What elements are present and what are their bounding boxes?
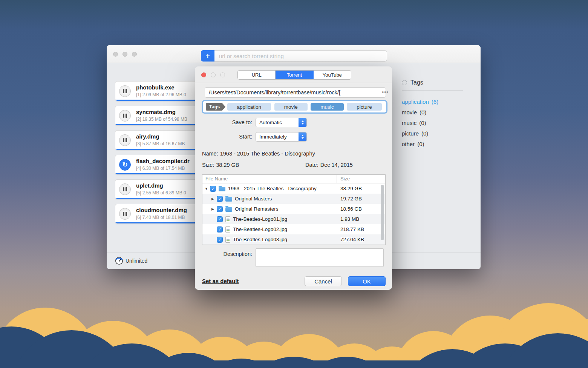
cancel-button[interactable]: Cancel [305, 276, 342, 286]
tag-chip[interactable]: movie [274, 103, 308, 111]
file-size: 1.93 MB [340, 216, 359, 222]
file-checkbox[interactable] [217, 206, 223, 212]
start-dropdown[interactable]: Immediately [256, 132, 307, 142]
dialog-minimize-button[interactable] [211, 72, 216, 77]
tags-header: Tags [402, 79, 470, 86]
file-type-icon [219, 187, 225, 191]
source-tab[interactable]: YouTube [314, 71, 351, 79]
tag-filter-label: movie [402, 109, 417, 115]
source-tab[interactable]: URL [238, 71, 276, 79]
restart-icon: ↻ [122, 162, 127, 168]
tag-chip[interactable]: picture [347, 103, 382, 111]
torrent-date-line: Date:Dec 14, 2015 [305, 162, 353, 168]
file-row[interactable]: Original Remasters 18.56 GB [202, 204, 385, 214]
tags-title: Tags [410, 79, 423, 86]
pause-resume-button[interactable]: ↻ [119, 208, 131, 220]
add-torrent-button[interactable]: + [201, 50, 214, 62]
file-name: 1963 - 2015 The Beatles - Discography [228, 186, 317, 191]
file-table-rows: 1963 - 2015 The Beatles - Discography 38… [202, 183, 385, 245]
download-progress-text: [3] 5.87 MB of 16.67 MB [136, 141, 185, 146]
file-size: 218.77 KB [340, 226, 364, 232]
download-item[interactable]: ↻ uplet.dmg [5] 2.55 MB of 6.89 MB 0 [115, 179, 205, 199]
tag-chip[interactable]: application [227, 103, 271, 111]
file-checkbox[interactable] [217, 216, 223, 222]
source-tab[interactable]: Torrent [276, 71, 313, 79]
date-value: Dec 14, 2015 [320, 162, 353, 168]
download-item[interactable]: ↻ syncmate.dmg [2] 19.35 MB of 54.98 MB [115, 106, 205, 126]
main-titlebar[interactable]: + [107, 45, 481, 63]
file-row[interactable]: Original Masters 19.72 GB [202, 194, 385, 204]
size-label: Size: [202, 162, 214, 168]
file-checkbox[interactable] [217, 226, 223, 233]
browse-path-button[interactable]: ••• [382, 88, 389, 97]
source-tabs: URL Torrent YouTube [237, 70, 351, 80]
download-progress-text: [1] 2.09 MB of 2.96 MB 0 [136, 92, 186, 97]
tag-filter-count: (0) [417, 141, 424, 147]
file-row[interactable]: The-Beatles-Logo03.jpg 727.04 KB [202, 234, 385, 245]
pause-resume-button[interactable]: ↻ [119, 183, 131, 195]
speedometer-icon[interactable] [115, 257, 123, 265]
dialog-close-button[interactable] [201, 72, 206, 77]
save-to-value: Automatic [256, 118, 299, 127]
file-type-icon [225, 207, 232, 212]
disclosure-triangle-icon[interactable] [211, 207, 217, 211]
file-checkbox[interactable] [210, 186, 216, 192]
pause-resume-button[interactable]: ↻ [119, 134, 131, 146]
dialog-titlebar[interactable]: URL Torrent YouTube [195, 66, 392, 83]
download-progress-text: [5] 2.55 MB of 6.89 MB 0 [136, 190, 186, 196]
dialog-window-controls [201, 72, 225, 77]
file-checkbox[interactable] [217, 196, 223, 202]
zoom-button[interactable] [132, 52, 137, 57]
file-size: 727.04 KB [340, 237, 364, 242]
file-table-header[interactable]: File Name Size [202, 175, 385, 183]
tag-filter-item[interactable]: other (0) [402, 139, 470, 149]
download-item[interactable]: ↻ airy.dmg [3] 5.87 MB of 16.67 MB [115, 130, 205, 150]
table-scrollbar-thumb[interactable] [381, 185, 384, 240]
tags-circle-icon [402, 80, 407, 85]
progress-bar [115, 124, 204, 126]
tag-filter-label: music [402, 120, 416, 126]
speed-limit-label[interactable]: Unlimited [126, 258, 147, 264]
minimize-button[interactable] [122, 52, 127, 57]
tags-sidebar: Tags application (6) movie (0) music (0) [402, 79, 470, 149]
file-type-icon [225, 216, 230, 222]
file-name: The-Beatles-Logo01.jpg [233, 216, 287, 222]
date-label: Date: [305, 162, 318, 168]
download-item[interactable]: ↻ photobulk.exe [1] 2.09 MB of 2.96 MB 0 [115, 81, 205, 101]
file-checkbox[interactable] [217, 237, 223, 243]
search-input[interactable] [214, 50, 387, 62]
tag-filter-item[interactable]: movie (0) [402, 107, 470, 117]
tag-filter-label: other [402, 141, 415, 147]
tag-chip[interactable]: music [311, 103, 343, 111]
tag-filter-item[interactable]: application (6) [402, 96, 470, 107]
file-size: 38.29 GB [340, 186, 362, 191]
pause-resume-button[interactable]: ↻ [119, 159, 131, 171]
save-path-field[interactable]: /Users/test/Documents/library/torrentbas… [205, 87, 386, 98]
save-to-dropdown[interactable]: Automatic [256, 118, 307, 127]
file-name: The-Beatles-Logo03.jpg [233, 237, 287, 242]
file-size: 19.72 GB [340, 196, 362, 202]
progress-bar [115, 100, 204, 101]
set-as-default-link[interactable]: Set as default [202, 278, 239, 284]
disclosure-triangle-icon[interactable] [211, 197, 217, 201]
tag-chips-bar[interactable]: Tags application movie music picture [203, 101, 386, 112]
download-item[interactable]: ↻ cloudmounter.dmg [6] 7.40 MB of 18.01 … [115, 204, 205, 224]
download-progress-text: [2] 19.35 MB of 54.98 MB [136, 117, 187, 122]
stepper-icon [299, 118, 306, 127]
tag-filter-list: application (6) movie (0) music (0) pict… [402, 96, 470, 149]
close-button[interactable] [113, 52, 118, 57]
ok-button[interactable]: OK [348, 276, 386, 286]
column-size[interactable]: Size [340, 176, 350, 182]
disclosure-triangle-icon[interactable] [205, 187, 210, 191]
dialog-zoom-button[interactable] [220, 72, 225, 77]
tag-filter-item[interactable]: music (0) [402, 117, 470, 128]
description-textarea[interactable] [256, 248, 384, 267]
column-file-name[interactable]: File Name [205, 176, 228, 182]
pause-resume-button[interactable]: ↻ [119, 85, 131, 97]
file-row[interactable]: The-Beatles-Logo02.jpg 218.77 KB [202, 224, 385, 234]
file-row[interactable]: 1963 - 2015 The Beatles - Discography 38… [202, 183, 385, 194]
pause-resume-button[interactable]: ↻ [119, 110, 131, 122]
tag-filter-item[interactable]: picture (0) [402, 128, 470, 139]
download-item[interactable]: ↻ flash_decompiler.dr [4] 6.30 MB of 17.… [115, 155, 205, 175]
file-row[interactable]: The-Beatles-Logo01.jpg 1.93 MB [202, 214, 385, 224]
